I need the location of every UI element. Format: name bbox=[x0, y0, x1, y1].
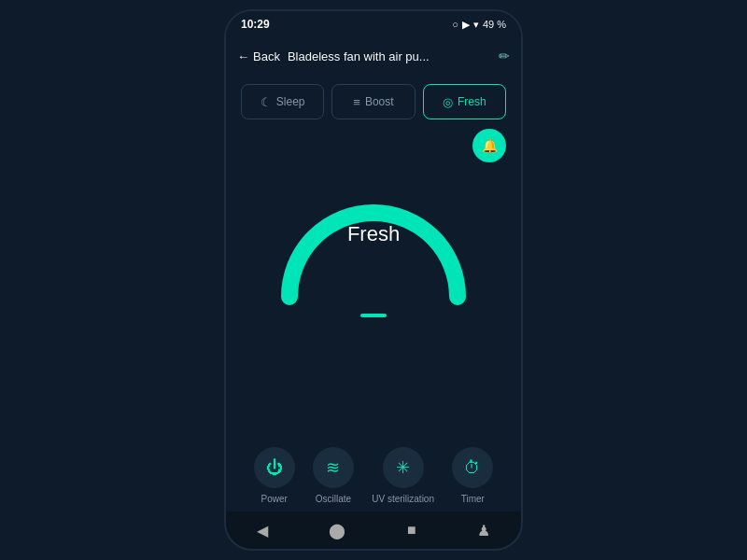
nav-back-button[interactable]: ◀ bbox=[257, 522, 268, 539]
header: ← Back Bladeless fan with air pu... ✏ bbox=[226, 37, 521, 75]
nav-bar: ◀ ⬤ ■ ♟ bbox=[226, 511, 521, 549]
mode-fresh-button[interactable]: ◎ Fresh bbox=[423, 84, 506, 119]
nav-home-button[interactable]: ⬤ bbox=[329, 522, 345, 539]
back-arrow-icon: ← bbox=[237, 49, 249, 63]
battery-icon: 49 % bbox=[483, 19, 506, 30]
sound-button[interactable]: 🔔 bbox=[472, 129, 506, 162]
mode-sleep-button[interactable]: ☾ Sleep bbox=[241, 84, 324, 119]
timer-label: Timer bbox=[461, 494, 485, 504]
power-control[interactable]: ⏻ Power bbox=[254, 447, 295, 504]
back-button[interactable]: ← Back bbox=[237, 49, 280, 63]
oscillate-label: Oscillate bbox=[316, 494, 351, 504]
bottom-controls: ⏻ Power ≋ Oscillate ✳ UV sterilization ⏱… bbox=[226, 432, 521, 511]
nav-recents-button[interactable]: ■ bbox=[407, 522, 416, 539]
status-time: 10:29 bbox=[241, 18, 270, 31]
back-label: Back bbox=[253, 49, 280, 63]
phone-frame: 10:29 ○ ▶ ▾ 49 % ← Back Bladeless fan wi… bbox=[224, 9, 523, 551]
power-label: Power bbox=[261, 494, 287, 504]
mode-buttons: ☾ Sleep ≡ Boost ◎ Fresh bbox=[226, 75, 521, 129]
mode-boost-button[interactable]: ≡ Boost bbox=[331, 84, 415, 119]
uv-circle: ✳ bbox=[383, 447, 424, 488]
status-icons: ○ ▶ ▾ 49 % bbox=[452, 19, 506, 31]
header-title: Bladeless fan with air pu... bbox=[288, 49, 491, 63]
uv-label: UV sterilization bbox=[372, 494, 434, 504]
fresh-icon: ◎ bbox=[443, 95, 453, 109]
boost-icon: ≡ bbox=[353, 95, 360, 109]
uv-control[interactable]: ✳ UV sterilization bbox=[372, 447, 434, 504]
wifi-icon: ▾ bbox=[473, 19, 479, 31]
oscillate-icon: ≋ bbox=[326, 457, 340, 478]
timer-icon: ⏱ bbox=[464, 458, 481, 478]
timer-circle: ⏱ bbox=[452, 447, 493, 488]
power-circle: ⏻ bbox=[254, 447, 295, 488]
arc-gauge: Fresh bbox=[271, 166, 476, 297]
sound-icon: 🔔 bbox=[482, 138, 498, 153]
uv-icon: ✳ bbox=[396, 457, 410, 478]
arc-mode-label: Fresh bbox=[347, 222, 400, 246]
power-icon: ⏻ bbox=[266, 458, 283, 478]
play-icon: ▶ bbox=[462, 19, 470, 31]
oscillate-circle: ≋ bbox=[313, 447, 354, 488]
main-content: 🔔 Fresh bbox=[226, 129, 521, 432]
circle-icon: ○ bbox=[452, 19, 458, 30]
oscillate-control[interactable]: ≋ Oscillate bbox=[313, 447, 354, 504]
sleep-label: Sleep bbox=[276, 95, 305, 108]
fresh-label: Fresh bbox=[458, 95, 486, 108]
nav-user-button[interactable]: ♟ bbox=[477, 522, 490, 539]
sleep-icon: ☾ bbox=[261, 95, 272, 109]
edit-icon[interactable]: ✏ bbox=[499, 49, 510, 63]
timer-control[interactable]: ⏱ Timer bbox=[452, 447, 493, 504]
boost-label: Boost bbox=[365, 95, 394, 108]
status-bar: 10:29 ○ ▶ ▾ 49 % bbox=[226, 11, 521, 37]
